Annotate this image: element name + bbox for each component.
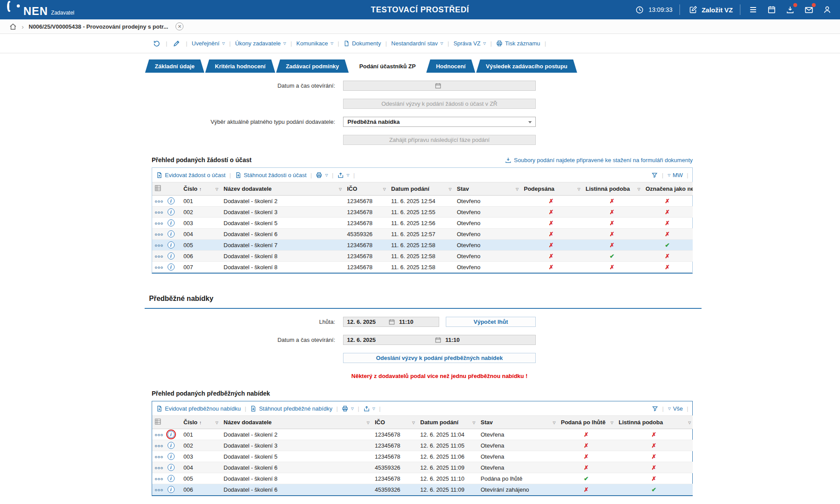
- filter-caret-icon[interactable]: ▽: [688, 187, 691, 191]
- calendar-icon[interactable]: [766, 4, 777, 15]
- table-row-001[interactable]: oooi001Dodavatel - školení 21234567811. …: [152, 196, 693, 207]
- filter-caret-icon[interactable]: ▽: [638, 187, 640, 191]
- row-menu-icon[interactable]: ooo: [155, 232, 164, 236]
- info-icon[interactable]: i: [168, 453, 175, 460]
- column-chooser[interactable]: [152, 182, 180, 196]
- filter-caret-icon[interactable]: ▽: [516, 187, 519, 191]
- table-row-006[interactable]: oooi006Dodavatel - školení 81234567811. …: [152, 251, 693, 262]
- row-menu-icon[interactable]: ooo: [155, 199, 164, 203]
- column-chooser[interactable]: [152, 416, 180, 429]
- menu-uverejneni[interactable]: Uveřejnění▽: [192, 40, 225, 47]
- row-menu-icon[interactable]: ooo: [155, 476, 164, 481]
- column-header-cislo[interactable]: Číslo↑▽: [180, 182, 220, 196]
- submission-files-link[interactable]: Soubory podání najdete připravené ke sta…: [505, 157, 693, 163]
- filter-caret-icon[interactable]: ▽: [216, 187, 218, 191]
- info-icon[interactable]: i: [168, 486, 175, 493]
- evidovat-zadost-button[interactable]: Evidovat žádost o účast: [156, 172, 225, 178]
- column-header-datum[interactable]: Datum podání▽: [388, 182, 453, 196]
- row-menu-icon[interactable]: ooo: [155, 454, 164, 459]
- menu-icon[interactable]: [747, 4, 759, 15]
- row-menu-icon[interactable]: ooo: [155, 443, 164, 448]
- table-row-005[interactable]: oooi005Dodavatel - školení 71234567811. …: [152, 240, 693, 251]
- export-table-button[interactable]: ▽: [363, 405, 375, 412]
- filter-caret-icon[interactable]: ▽: [383, 187, 386, 191]
- stahnout-nabidky-button[interactable]: Stáhnout předběžné nabídky: [250, 405, 332, 412]
- column-header-ico[interactable]: IČO▽: [371, 416, 417, 429]
- table-row-007[interactable]: oooi007Dodavatel - školení 81234567811. …: [152, 262, 693, 273]
- menu-komunikace[interactable]: Komunikace▽: [296, 40, 333, 47]
- column-header-cislo[interactable]: Číslo↑▽: [180, 416, 220, 429]
- column-header-stav[interactable]: Stav▽: [453, 182, 520, 196]
- menu-dokumenty[interactable]: Dokumenty: [343, 40, 381, 47]
- mail-icon[interactable]: [803, 4, 814, 15]
- lhuta-datetime-input[interactable]: 12. 6. 2025 11:10: [343, 317, 439, 327]
- tab-vysledek-zadavaciho-postupu[interactable]: Výsledek zadávacího postupu: [476, 59, 577, 73]
- home-icon[interactable]: [9, 22, 17, 30]
- info-icon[interactable]: i: [168, 230, 175, 237]
- downloads-icon[interactable]: [784, 4, 796, 15]
- view-selector[interactable]: ▽ MW: [667, 172, 683, 178]
- column-header-stav[interactable]: Stav▽: [477, 416, 557, 429]
- info-icon[interactable]: i: [168, 464, 175, 471]
- table-row-001[interactable]: oooi001Dodavatel - školení 21234567812. …: [152, 429, 693, 440]
- info-icon[interactable]: i: [168, 252, 175, 259]
- filter-caret-icon[interactable]: ▽: [449, 187, 452, 191]
- row-menu-icon[interactable]: ooo: [155, 221, 164, 225]
- tab-podani-ucastniku-zp[interactable]: Podání účastníků ZP: [350, 59, 426, 73]
- view-selector[interactable]: ▽ Vše: [668, 405, 683, 412]
- send-prelim-offers-request-button[interactable]: Odeslání výzvy k podání předběžných nabí…: [343, 353, 536, 363]
- column-header-oznacena[interactable]: Označena jako ne▽: [642, 182, 693, 196]
- info-icon[interactable]: i: [168, 219, 175, 226]
- row-menu-icon[interactable]: ooo: [155, 243, 164, 247]
- tab-hodnoceni[interactable]: Hodnocení: [426, 59, 475, 73]
- row-menu-icon[interactable]: ooo: [155, 487, 164, 492]
- table-row-003[interactable]: oooi003Dodavatel - školení 51234567811. …: [152, 218, 693, 229]
- tab-zakladni-udaje[interactable]: Základní údaje: [145, 59, 204, 73]
- tab-kriteria-hodnoceni[interactable]: Kritéria hodnocení: [205, 59, 275, 73]
- nen-logo[interactable]: NEN Zadavatel: [7, 3, 75, 17]
- info-icon[interactable]: i: [168, 197, 175, 204]
- column-header-podepsana[interactable]: Podepsána▽: [520, 182, 582, 196]
- info-icon[interactable]: i: [168, 208, 175, 215]
- info-icon[interactable]: i: [168, 241, 175, 248]
- row-menu-icon[interactable]: ooo: [155, 210, 164, 214]
- filter-icon[interactable]: [651, 172, 658, 178]
- info-icon[interactable]: i: [168, 475, 175, 482]
- column-header-listinna[interactable]: Listinná podoba▽: [615, 416, 693, 429]
- stahnout-zadosti-button[interactable]: Stáhnout žádosti o účast: [235, 172, 306, 178]
- menu-nestandardni-stav[interactable]: Nestandardní stav▽: [391, 40, 443, 47]
- export-table-button[interactable]: ▽: [337, 172, 349, 178]
- breadcrumb-close-icon[interactable]: ✕: [175, 22, 183, 30]
- prelim-open-datetime-input[interactable]: 12. 6. 2025 11:10: [343, 335, 536, 345]
- column-header-listinna[interactable]: Listinná podoba▽: [582, 182, 642, 196]
- column-header-nazev[interactable]: Název dodavatele▽: [220, 182, 343, 196]
- column-header-datum[interactable]: Datum podání▽: [417, 416, 477, 429]
- info-icon[interactable]: i: [168, 431, 175, 438]
- table-row-006[interactable]: oooi006Dodavatel - školení 64535932612. …: [152, 484, 693, 495]
- column-header-ico[interactable]: IČO▽: [343, 182, 388, 196]
- filter-caret-icon[interactable]: ▽: [367, 421, 370, 425]
- filter-caret-icon[interactable]: ▽: [473, 421, 475, 425]
- column-header-podana[interactable]: Podaná po lhůtě▽: [557, 416, 615, 429]
- breadcrumb-current[interactable]: N006/25/V00005438 - Provozování prodejny…: [29, 23, 168, 30]
- create-vz-button[interactable]: Založit VZ: [687, 4, 733, 15]
- calendar-small-icon[interactable]: [435, 337, 441, 343]
- menu-tisk-zaznamu[interactable]: Tisk záznamu: [496, 40, 540, 47]
- table-row-003[interactable]: oooi003Dodavatel - školení 51234567812. …: [152, 451, 693, 462]
- filter-caret-icon[interactable]: ▽: [688, 421, 691, 425]
- filter-caret-icon[interactable]: ▽: [412, 421, 415, 425]
- filter-caret-icon[interactable]: ▽: [611, 421, 613, 425]
- table-row-002[interactable]: oooi002Dodavatel - školení 31234567811. …: [152, 207, 693, 218]
- filter-caret-icon[interactable]: ▽: [216, 421, 218, 425]
- filter-icon[interactable]: [652, 405, 658, 412]
- filter-caret-icon[interactable]: ▽: [339, 187, 342, 191]
- filter-caret-icon[interactable]: ▽: [553, 421, 556, 425]
- row-menu-icon[interactable]: ooo: [155, 465, 164, 470]
- calendar-small-icon[interactable]: [389, 319, 395, 325]
- menu-sprava-vz[interactable]: Správa VZ▽: [453, 40, 486, 47]
- info-icon[interactable]: i: [168, 442, 175, 449]
- evidovat-nabidku-button[interactable]: Evidovat předběžnou nabídku: [156, 405, 241, 412]
- table-row-005[interactable]: oooi005Dodavatel - školení 81234567812. …: [152, 473, 693, 484]
- info-icon[interactable]: i: [168, 263, 175, 271]
- filter-caret-icon[interactable]: ▽: [578, 187, 580, 191]
